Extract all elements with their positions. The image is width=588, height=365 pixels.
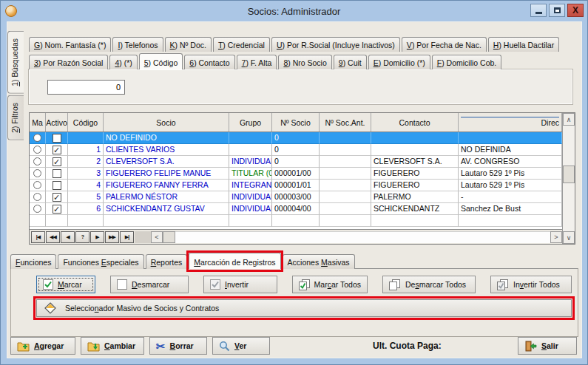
desmarcar-button[interactable]: Desmarcar — [110, 276, 189, 293]
minimize-button[interactable] — [530, 4, 547, 17]
column-header-grupo[interactable]: Grupo — [229, 113, 272, 132]
search-tab-7-f-alta[interactable]: 7) F. Alta — [237, 55, 277, 69]
grid-row-5[interactable]: ✓5PALERMO NÉSTORINDIVIDUAL000003/00PALER… — [30, 191, 562, 203]
h-scroll-right-button[interactable]: > — [550, 231, 562, 243]
close-button[interactable]: X — [567, 4, 584, 17]
activo-checkbox[interactable]: ✓ — [53, 157, 61, 166]
column-header-n-soc-ant[interactable]: Nº Soc.Ant. — [320, 113, 371, 132]
function-tab-reportes[interactable]: Reportes — [146, 254, 188, 269]
search-tab-6-contacto[interactable]: 6) Contacto — [184, 55, 234, 69]
search-tabs-row2: 3) Por Razón Social4) (*)5) Código6) Con… — [29, 52, 501, 69]
record-nav-button-4[interactable]: ▶ — [90, 231, 104, 243]
search-tab-9-cuit[interactable]: 9) Cuit — [334, 55, 367, 69]
column-header-c-digo[interactable]: Código — [68, 113, 104, 132]
maximize-button[interactable] — [549, 4, 565, 17]
v-scroll-track[interactable] — [563, 126, 575, 231]
function-tab-marcaci-n-de-registros[interactable]: Marcación de Registros — [189, 253, 280, 269]
column-header-socio[interactable]: Socio — [104, 113, 229, 132]
row-radio[interactable] — [33, 134, 41, 142]
grid-row-2[interactable]: ✓2CLEVERSOFT S.A.INDIVIDUAL0CLEVERSOFT S… — [30, 156, 562, 168]
v-scroll-thumb[interactable] — [563, 166, 575, 183]
cell-activo: ✓ — [46, 191, 68, 203]
search-tab-u-por-r-social-incluye-inactivos[interactable]: U) Por R.Social (Incluye Inactivos) — [271, 37, 400, 52]
search-tab-t-credencial[interactable]: T) Credencial — [213, 37, 270, 52]
cell-marca — [30, 168, 46, 180]
record-nav-button-0[interactable]: |◀ — [31, 231, 45, 243]
search-tab-k-n-doc[interactable]: K) Nº Doc. — [165, 37, 212, 52]
cell-direccion: - — [459, 191, 562, 203]
row-radio[interactable] — [33, 146, 41, 154]
side-tab-1-b-squedas[interactable]: 1) Búsquedas — [7, 31, 24, 94]
column-header-contacto[interactable]: Contacto — [371, 113, 459, 132]
search-tab-4[interactable]: 4) (*) — [109, 55, 137, 69]
side-tab-2-filtros[interactable]: 2) Filtros — [7, 95, 24, 140]
row-radio[interactable] — [33, 181, 41, 189]
activo-checkbox[interactable] — [53, 134, 61, 143]
record-nav-button-2[interactable]: ◀ — [61, 231, 75, 243]
desmarcar-todos-button[interactable]: Desmarcar Todos — [382, 276, 476, 293]
h-scroll-track[interactable] — [175, 231, 550, 243]
exit-door-icon — [524, 341, 537, 352]
direccion-header-text: Direc — [461, 118, 559, 127]
record-nav-button-1[interactable]: ◀◀ — [46, 231, 60, 243]
function-tab-acciones-masivas[interactable]: Acciones Masivas — [283, 254, 355, 269]
v-scroll-down-button[interactable]: ∨ — [563, 231, 575, 244]
search-tab-g-nom-fantas-a[interactable]: G) Nom. Fantasía (*) — [29, 37, 111, 52]
activo-checkbox[interactable] — [53, 169, 61, 178]
function-tab-funciones-especiales[interactable]: Funciones Especiales — [58, 254, 143, 269]
empty-cell — [68, 215, 104, 227]
record-nav-button-6[interactable]: ▶| — [120, 231, 134, 243]
search-tab-8-nro-socio[interactable]: 8) Nro Socio — [278, 55, 331, 69]
salir-button[interactable]: Salir — [518, 337, 577, 355]
cell-socio: CLEVERSOFT S.A. — [104, 156, 229, 168]
grid-row-1[interactable]: ✓1CLIENTES VARIOS0NO DEFINIDA — [30, 144, 562, 156]
column-header-direccion[interactable]: Direc — [459, 113, 562, 132]
grid-row-3[interactable]: 3FIGUERERO FELIPE MANUETITULAR (0)000001… — [30, 168, 562, 180]
activo-checkbox[interactable] — [53, 181, 61, 190]
grid-row-4[interactable]: 4FIGUERERO FANNY FERRAINTEGRANT000001/01… — [30, 180, 562, 191]
search-tab-f-domicilio-cob[interactable]: F) Domicilio Cob. — [432, 55, 502, 69]
record-nav-button-3[interactable]: ? — [75, 231, 89, 243]
search-tab-3-por-raz-n-social[interactable]: 3) Por Razón Social — [29, 55, 108, 69]
activo-checkbox[interactable]: ✓ — [53, 205, 61, 214]
grid-row-0[interactable]: NO DEFINIDO0 — [30, 132, 562, 144]
grid-row-6[interactable]: ✓6SCHICKENDANTZ GUSTAVINDIVIDUAL000004/0… — [30, 203, 562, 215]
function-tab-funciones[interactable]: Funciones — [10, 254, 56, 269]
activo-checkbox[interactable]: ✓ — [53, 146, 61, 154]
row-radio[interactable] — [33, 193, 41, 201]
v-scroll-up-button[interactable]: ∧ — [563, 113, 575, 126]
search-tab-i-telefonos[interactable]: I) Telefonos — [112, 37, 163, 52]
h-scroll-left-button[interactable]: < — [151, 231, 163, 243]
cell-grupo: TITULAR (0) — [229, 168, 272, 180]
borrar-button[interactable]: ✂Borrar — [149, 337, 207, 355]
cambiar-button[interactable]: Cambiar — [81, 337, 144, 355]
marcar-button[interactable]: Marcar — [36, 276, 95, 293]
column-header-n-socio[interactable]: Nº Socio — [272, 113, 320, 132]
record-nav-button-5[interactable]: ▶▶ — [105, 231, 119, 243]
row-radio[interactable] — [33, 157, 41, 166]
agregar-button[interactable]: Agregar — [10, 337, 75, 355]
search-tab-v-por-fecha-de-nac[interactable]: V) Por Fecha de Nac. — [402, 37, 487, 52]
column-header-ma[interactable]: Ma — [30, 113, 46, 132]
grid-row-empty[interactable] — [30, 215, 562, 227]
socios-window: Socios: Administrador X 1) Búsquedas2) F… — [0, 0, 588, 365]
column-header-activo[interactable]: Activo — [46, 113, 68, 132]
marcar-todos-button[interactable]: Marcar Todos — [292, 276, 368, 293]
check-green-icon — [43, 279, 53, 290]
codigo-input[interactable] — [47, 80, 125, 95]
row-radio[interactable] — [33, 205, 41, 213]
invertir-todos-button[interactable]: Invertir Todos — [490, 276, 572, 293]
invertir-button[interactable]: Invertir — [203, 276, 277, 293]
seleccionador-masivo-button[interactable]: Seleccionador Masivo de Socios y Contrat… — [36, 299, 572, 317]
pages-icon — [389, 279, 401, 290]
row-radio[interactable] — [33, 169, 41, 177]
search-tab-e-domicilio[interactable]: E) Domicilio (*) — [368, 55, 430, 69]
cell-nro-soc-ant — [320, 203, 371, 215]
h-scroll-thumb[interactable] — [163, 231, 175, 243]
search-tab-5-c-digo[interactable]: 5) Código — [139, 53, 183, 69]
search-tab-h-huella-dactilar[interactable]: H) Huella Dactilar — [488, 37, 559, 52]
ver-button[interactable]: Ver — [212, 337, 270, 355]
ult-cuota-paga-label: Ult. Cuota Paga: — [373, 341, 442, 351]
minimize-icon — [535, 12, 542, 14]
activo-checkbox[interactable]: ✓ — [53, 193, 61, 202]
